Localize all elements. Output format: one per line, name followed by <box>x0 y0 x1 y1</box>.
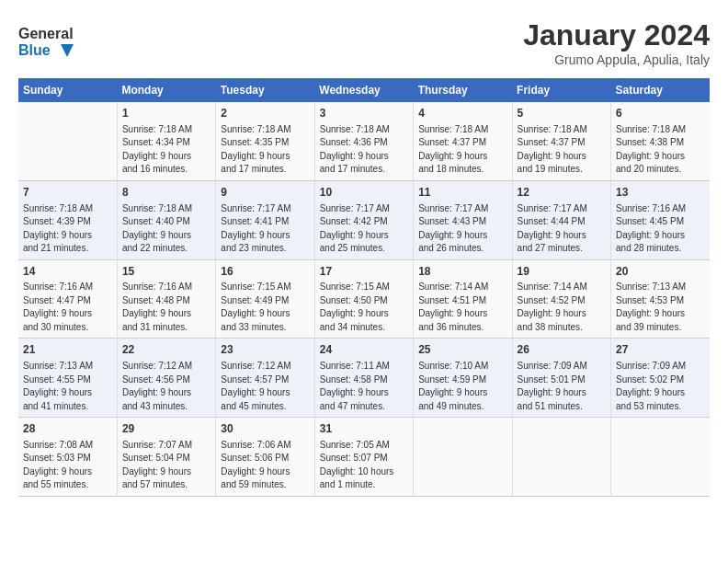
day-info: Sunrise: 7:11 AM Sunset: 4:58 PM Dayligh… <box>320 360 408 413</box>
day-number: 15 <box>122 264 210 280</box>
day-number: 12 <box>518 185 606 201</box>
day-number: 9 <box>221 185 309 201</box>
calendar-cell: 20Sunrise: 7:13 AM Sunset: 4:53 PM Dayli… <box>611 259 710 339</box>
day-number: 28 <box>23 421 112 437</box>
day-info: Sunrise: 7:16 AM Sunset: 4:47 PM Dayligh… <box>23 281 112 334</box>
day-info: Sunrise: 7:07 AM Sunset: 5:04 PM Dayligh… <box>122 439 210 492</box>
day-info: Sunrise: 7:18 AM Sunset: 4:37 PM Dayligh… <box>418 123 506 177</box>
calendar-cell <box>611 418 710 497</box>
calendar-cell: 9Sunrise: 7:17 AM Sunset: 4:41 PM Daylig… <box>216 180 314 259</box>
day-info: Sunrise: 7:12 AM Sunset: 4:57 PM Dayligh… <box>221 360 309 413</box>
day-number: 27 <box>616 342 705 358</box>
header-thursday: Thursday <box>414 78 512 102</box>
calendar-cell: 31Sunrise: 7:05 AM Sunset: 5:07 PM Dayli… <box>314 418 413 497</box>
day-number: 23 <box>221 342 309 358</box>
day-number: 6 <box>616 106 705 121</box>
day-info: Sunrise: 7:17 AM Sunset: 4:44 PM Dayligh… <box>518 202 606 256</box>
svg-text:General: General <box>18 26 74 41</box>
calendar-cell: 10Sunrise: 7:17 AM Sunset: 4:42 PM Dayli… <box>314 180 413 259</box>
day-number: 18 <box>418 264 506 280</box>
day-number: 30 <box>221 421 309 437</box>
calendar-cell: 19Sunrise: 7:14 AM Sunset: 4:52 PM Dayli… <box>512 259 610 339</box>
calendar-cell: 1Sunrise: 7:18 AM Sunset: 4:34 PM Daylig… <box>117 102 215 180</box>
calendar-cell: 21Sunrise: 7:13 AM Sunset: 4:55 PM Dayli… <box>18 339 117 418</box>
calendar-cell: 16Sunrise: 7:15 AM Sunset: 4:49 PM Dayli… <box>216 259 314 339</box>
day-number: 1 <box>122 106 210 121</box>
calendar-cell: 26Sunrise: 7:09 AM Sunset: 5:01 PM Dayli… <box>512 339 610 418</box>
day-number: 3 <box>320 106 408 121</box>
header-sunday: Sunday <box>18 78 117 102</box>
day-number: 16 <box>221 264 309 280</box>
day-info: Sunrise: 7:13 AM Sunset: 4:55 PM Dayligh… <box>23 360 112 413</box>
day-info: Sunrise: 7:13 AM Sunset: 4:53 PM Dayligh… <box>616 281 705 334</box>
header-saturday: Saturday <box>611 78 710 102</box>
calendar-cell <box>512 418 610 497</box>
calendar-cell: 30Sunrise: 7:06 AM Sunset: 5:06 PM Dayli… <box>216 418 314 497</box>
day-info: Sunrise: 7:18 AM Sunset: 4:37 PM Dayligh… <box>518 123 606 177</box>
calendar-cell: 25Sunrise: 7:10 AM Sunset: 4:59 PM Dayli… <box>414 339 512 418</box>
calendar-week-2: 7Sunrise: 7:18 AM Sunset: 4:39 PM Daylig… <box>18 180 710 259</box>
day-number: 25 <box>418 342 506 358</box>
calendar-week-3: 14Sunrise: 7:16 AM Sunset: 4:47 PM Dayli… <box>18 259 710 339</box>
day-info: Sunrise: 7:06 AM Sunset: 5:06 PM Dayligh… <box>221 439 309 492</box>
calendar-cell: 12Sunrise: 7:17 AM Sunset: 4:44 PM Dayli… <box>512 180 610 259</box>
day-info: Sunrise: 7:09 AM Sunset: 5:02 PM Dayligh… <box>616 360 705 413</box>
day-number: 14 <box>23 264 112 280</box>
page-subtitle: Grumo Appula, Apulia, Italy <box>523 52 710 67</box>
calendar-cell: 17Sunrise: 7:15 AM Sunset: 4:50 PM Dayli… <box>314 259 413 339</box>
day-number: 26 <box>518 342 606 358</box>
day-number: 7 <box>23 185 112 201</box>
day-info: Sunrise: 7:15 AM Sunset: 4:49 PM Dayligh… <box>221 281 309 334</box>
calendar-cell: 27Sunrise: 7:09 AM Sunset: 5:02 PM Dayli… <box>611 339 710 418</box>
day-info: Sunrise: 7:10 AM Sunset: 4:59 PM Dayligh… <box>418 360 506 413</box>
title-section: January 2024 Grumo Appula, Apulia, Italy <box>523 18 710 67</box>
day-number: 17 <box>320 264 408 280</box>
calendar-cell <box>414 418 512 497</box>
day-number: 20 <box>616 264 705 280</box>
day-number: 22 <box>122 342 210 358</box>
day-info: Sunrise: 7:18 AM Sunset: 4:38 PM Dayligh… <box>616 123 705 177</box>
header-friday: Friday <box>512 78 610 102</box>
logo-icon: General Blue <box>18 18 74 69</box>
day-info: Sunrise: 7:12 AM Sunset: 4:56 PM Dayligh… <box>122 360 210 413</box>
page-header: General Blue January 2024 Grumo Appula, … <box>18 18 710 69</box>
day-info: Sunrise: 7:15 AM Sunset: 4:50 PM Dayligh… <box>320 281 408 334</box>
day-info: Sunrise: 7:18 AM Sunset: 4:39 PM Dayligh… <box>23 202 112 256</box>
svg-text:Blue: Blue <box>18 42 51 58</box>
calendar-cell: 28Sunrise: 7:08 AM Sunset: 5:03 PM Dayli… <box>18 418 117 497</box>
page-title: January 2024 <box>523 18 710 52</box>
calendar-cell: 3Sunrise: 7:18 AM Sunset: 4:36 PM Daylig… <box>314 102 413 180</box>
calendar-cell: 13Sunrise: 7:16 AM Sunset: 4:45 PM Dayli… <box>611 180 710 259</box>
day-number: 29 <box>122 421 210 437</box>
logo: General Blue <box>18 18 74 69</box>
day-info: Sunrise: 7:14 AM Sunset: 4:51 PM Dayligh… <box>418 281 506 334</box>
calendar-cell <box>18 102 117 180</box>
day-info: Sunrise: 7:05 AM Sunset: 5:07 PM Dayligh… <box>320 439 408 492</box>
day-info: Sunrise: 7:17 AM Sunset: 4:41 PM Dayligh… <box>221 202 309 256</box>
day-info: Sunrise: 7:09 AM Sunset: 5:01 PM Dayligh… <box>518 360 606 413</box>
day-info: Sunrise: 7:14 AM Sunset: 4:52 PM Dayligh… <box>518 281 606 334</box>
calendar-cell: 15Sunrise: 7:16 AM Sunset: 4:48 PM Dayli… <box>117 259 215 339</box>
day-number: 21 <box>23 342 112 358</box>
day-number: 13 <box>616 185 705 201</box>
calendar-cell: 8Sunrise: 7:18 AM Sunset: 4:40 PM Daylig… <box>117 180 215 259</box>
day-info: Sunrise: 7:16 AM Sunset: 4:45 PM Dayligh… <box>616 202 705 256</box>
calendar-cell: 22Sunrise: 7:12 AM Sunset: 4:56 PM Dayli… <box>117 339 215 418</box>
day-number: 5 <box>518 106 606 121</box>
calendar-cell: 23Sunrise: 7:12 AM Sunset: 4:57 PM Dayli… <box>216 339 314 418</box>
day-number: 19 <box>518 264 606 280</box>
calendar-cell: 14Sunrise: 7:16 AM Sunset: 4:47 PM Dayli… <box>18 259 117 339</box>
day-number: 4 <box>418 106 506 121</box>
calendar-header-row: SundayMondayTuesdayWednesdayThursdayFrid… <box>18 78 710 102</box>
calendar-week-1: 1Sunrise: 7:18 AM Sunset: 4:34 PM Daylig… <box>18 102 710 180</box>
day-number: 24 <box>320 342 408 358</box>
calendar-cell: 18Sunrise: 7:14 AM Sunset: 4:51 PM Dayli… <box>414 259 512 339</box>
calendar-cell: 6Sunrise: 7:18 AM Sunset: 4:38 PM Daylig… <box>611 102 710 180</box>
header-wednesday: Wednesday <box>314 78 413 102</box>
calendar-cell: 2Sunrise: 7:18 AM Sunset: 4:35 PM Daylig… <box>216 102 314 180</box>
day-number: 8 <box>122 185 210 201</box>
header-tuesday: Tuesday <box>216 78 314 102</box>
svg-marker-2 <box>61 44 74 57</box>
day-info: Sunrise: 7:18 AM Sunset: 4:34 PM Dayligh… <box>122 123 210 177</box>
day-info: Sunrise: 7:17 AM Sunset: 4:42 PM Dayligh… <box>320 202 408 256</box>
